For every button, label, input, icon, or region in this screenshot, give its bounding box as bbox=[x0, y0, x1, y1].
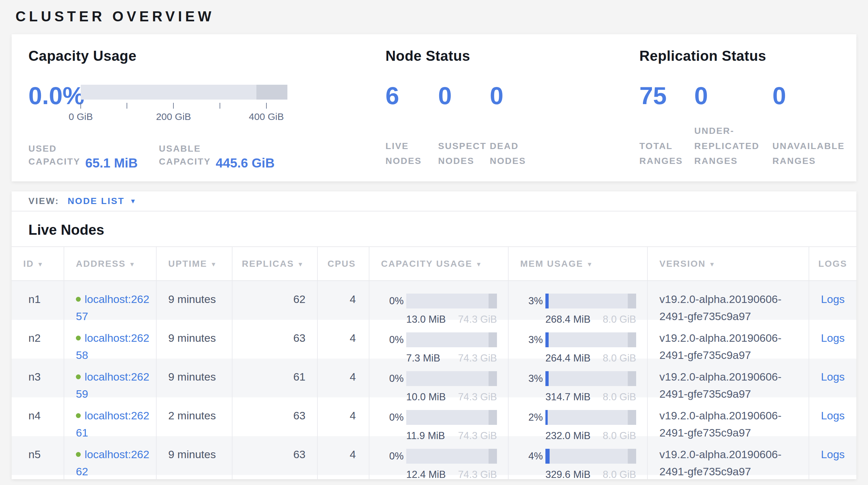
sort-descending-icon[interactable]: ▼ bbox=[211, 261, 217, 268]
capacity-meter-bar bbox=[406, 293, 497, 309]
node-status-stat-label: SUSPECT NODES bbox=[438, 139, 484, 168]
capacity-meter: 0% bbox=[376, 410, 508, 425]
capacity-meter-tail-segment bbox=[489, 371, 497, 386]
sort-descending-icon[interactable]: ▼ bbox=[586, 261, 593, 268]
partial-row-cell bbox=[232, 475, 317, 479]
capacity-stat: USABLE CAPACITY445.6 GiB bbox=[159, 142, 275, 168]
node-address-link[interactable]: localhost:26257 bbox=[76, 293, 149, 322]
node-address-link[interactable]: localhost:26259 bbox=[76, 371, 149, 400]
axis-tick-label: 200 GiB bbox=[156, 111, 191, 122]
sort-descending-icon[interactable]: ▼ bbox=[129, 261, 135, 268]
column-header-id[interactable]: ID▼ bbox=[11, 247, 64, 280]
mem-meter-used-segment bbox=[546, 293, 549, 309]
capacity-meter-bar bbox=[406, 371, 497, 386]
column-header-mem[interactable]: MEM USAGE▼ bbox=[508, 247, 647, 280]
axis-tick bbox=[266, 103, 267, 109]
node-address-link[interactable]: localhost:26261 bbox=[76, 409, 149, 439]
partial-row-cell bbox=[508, 475, 647, 479]
node-status-stats: 6LIVE NODES0SUSPECT NODES0DEAD NODES bbox=[385, 85, 640, 168]
node-id-cell: n5 bbox=[11, 436, 64, 479]
sort-descending-icon[interactable]: ▼ bbox=[37, 261, 44, 268]
node-status-stat-value: 0 bbox=[438, 85, 490, 107]
capacity-gauge: 0.0% 0 GiB200 GiB400 GiB bbox=[28, 85, 385, 122]
replication-status-stat: 0UNDER-REPLICATED RANGES bbox=[694, 85, 772, 168]
column-header-replicas[interactable]: REPLICAS▼ bbox=[232, 247, 317, 280]
replication-status-stat-label: UNAVAILABLE RANGES bbox=[772, 139, 850, 168]
column-header-label: ADDRESS bbox=[76, 259, 126, 269]
table-row: n1localhost:262579 minutes6240%13.0 MiB7… bbox=[11, 281, 857, 320]
logs-link[interactable]: Logs bbox=[821, 371, 845, 383]
capacity-stats: USED CAPACITY65.1 MiBUSABLE CAPACITY445.… bbox=[28, 142, 385, 168]
node-table-body: n1localhost:262579 minutes6240%13.0 MiB7… bbox=[11, 281, 857, 475]
node-status-stat: 0SUSPECT NODES bbox=[438, 85, 490, 168]
capacity-meter-tail-segment bbox=[489, 410, 497, 425]
logs-link[interactable]: Logs bbox=[821, 332, 845, 344]
mem-percent: 3% bbox=[515, 293, 543, 309]
view-dropdown-value[interactable]: NODE LIST bbox=[67, 196, 124, 206]
partial-row-cell bbox=[809, 475, 857, 479]
capacity-stat-label: USABLE CAPACITY bbox=[159, 142, 214, 168]
node-status-stat-label: LIVE NODES bbox=[385, 139, 432, 168]
mem-meter-used-segment bbox=[546, 371, 549, 386]
mem-meter-used-segment bbox=[546, 333, 549, 347]
table-row: n5localhost:262629 minutes6340%12.4 MiB7… bbox=[11, 436, 857, 475]
mem-meter-tail-segment bbox=[628, 333, 636, 347]
view-dropdown[interactable]: NODE LIST ▼ bbox=[67, 196, 136, 206]
node-address-link[interactable]: localhost:26262 bbox=[76, 448, 149, 478]
capacity-stat-value: 445.6 GiB bbox=[216, 156, 275, 169]
capacity-stat: USED CAPACITY65.1 MiB bbox=[28, 142, 159, 168]
logs-link[interactable]: Logs bbox=[821, 293, 845, 305]
capacity-usage-cell: 0%12.4 MiB74.3 GiB bbox=[369, 436, 508, 479]
mem-meter-used-segment bbox=[546, 410, 548, 425]
capacity-usage-section: Capacity Usage 0.0% 0 GiB200 GiB400 GiB … bbox=[28, 48, 385, 168]
node-status-stat: 0DEAD NODES bbox=[490, 85, 554, 168]
replication-status-stat-label: TOTAL RANGES bbox=[640, 139, 688, 168]
column-header-uptime[interactable]: UPTIME▼ bbox=[156, 247, 232, 280]
mem-meter: 3% bbox=[515, 293, 647, 309]
mem-meter-bar bbox=[546, 371, 636, 386]
page-title: CLUSTER OVERVIEW bbox=[0, 0, 868, 25]
mem-percent: 2% bbox=[515, 410, 543, 425]
capacity-percent: 0% bbox=[376, 332, 404, 348]
partial-row-cell bbox=[647, 475, 809, 479]
node-status-stat-label: DEAD NODES bbox=[490, 139, 548, 168]
column-header-address[interactable]: ADDRESS▼ bbox=[64, 247, 156, 280]
column-header-cpus: CPUS bbox=[317, 247, 369, 280]
replication-status-section: Replication Status 75TOTAL RANGES0UNDER-… bbox=[640, 48, 857, 168]
capacity-meter: 0% bbox=[376, 332, 508, 348]
sort-descending-icon[interactable]: ▼ bbox=[476, 261, 483, 268]
logs-link[interactable]: Logs bbox=[821, 448, 845, 460]
node-status-title: Node Status bbox=[385, 48, 640, 64]
partial-row-cell bbox=[64, 475, 156, 479]
partial-row-cell bbox=[11, 475, 64, 479]
table-row: n3localhost:262599 minutes6140%10.0 MiB7… bbox=[11, 359, 857, 397]
column-header-version[interactable]: VERSION▼ bbox=[647, 247, 809, 280]
mem-percent: 3% bbox=[515, 332, 543, 348]
axis-tick-label: 400 GiB bbox=[249, 111, 284, 122]
sort-descending-icon[interactable]: ▼ bbox=[709, 261, 716, 268]
logs-link[interactable]: Logs bbox=[821, 409, 845, 422]
capacity-meter-bar bbox=[406, 449, 497, 464]
capacity-usage-title: Capacity Usage bbox=[28, 48, 385, 64]
capacity-percent: 0% bbox=[376, 293, 404, 309]
capacity-percent: 0% bbox=[376, 371, 404, 387]
cluster-summary-card: Capacity Usage 0.0% 0 GiB200 GiB400 GiB … bbox=[11, 34, 857, 181]
live-status-dot-icon bbox=[76, 374, 81, 379]
axis-tick bbox=[220, 103, 220, 109]
view-label: VIEW: bbox=[28, 196, 59, 206]
mem-meter-bar bbox=[546, 449, 636, 464]
axis-tick-label: 0 GiB bbox=[68, 111, 93, 122]
mem-meter: 3% bbox=[515, 332, 647, 348]
mem-meter-bar bbox=[546, 333, 636, 347]
cpus-cell: 4 bbox=[317, 436, 369, 479]
capacity-gauge-unusable-segment bbox=[256, 85, 287, 99]
column-header-capacity[interactable]: CAPACITY USAGE▼ bbox=[369, 247, 508, 280]
node-address-link[interactable]: localhost:26258 bbox=[76, 332, 149, 361]
mem-percent: 3% bbox=[515, 371, 543, 387]
mem-meter: 2% bbox=[515, 410, 647, 425]
sort-descending-icon[interactable]: ▼ bbox=[298, 261, 304, 268]
mem-meter-tail-segment bbox=[628, 371, 636, 386]
table-row: n4localhost:262612 minutes6340%11.9 MiB7… bbox=[11, 397, 857, 436]
replication-status-title: Replication Status bbox=[640, 48, 857, 64]
table-row: n2localhost:262589 minutes6340%7.3 MiB74… bbox=[11, 320, 857, 359]
